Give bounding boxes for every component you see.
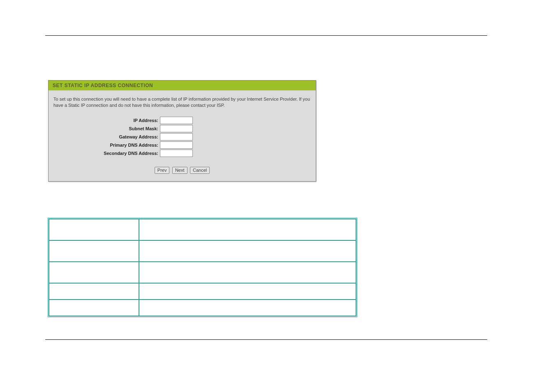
field-gateway: Gateway Address: xyxy=(53,133,311,141)
bottom-rule xyxy=(45,339,487,340)
subnet-mask-label: Subnet Mask: xyxy=(53,126,160,131)
table-cell xyxy=(139,262,356,283)
table-cell xyxy=(49,283,139,300)
field-primary-dns: Primary DNS Address: xyxy=(53,141,311,149)
primary-dns-input[interactable] xyxy=(160,141,193,149)
next-button[interactable]: Next xyxy=(172,167,187,174)
table-cell xyxy=(49,219,139,240)
panel-title: SET STATIC IP ADDRESS CONNECTION xyxy=(49,81,316,90)
table-cell xyxy=(49,300,139,316)
field-subnet-mask: Subnet Mask: xyxy=(53,125,311,132)
gateway-input[interactable] xyxy=(160,133,193,141)
panel-body: To set up this connection you will need … xyxy=(49,90,316,181)
static-ip-panel: SET STATIC IP ADDRESS CONNECTION To set … xyxy=(48,80,316,182)
description-table xyxy=(48,218,357,317)
table-cell xyxy=(139,219,356,240)
table-row xyxy=(49,240,356,262)
table-row xyxy=(49,262,356,283)
table-cell xyxy=(139,240,356,262)
primary-dns-label: Primary DNS Address: xyxy=(53,143,160,148)
ip-address-label: IP Address: xyxy=(53,118,160,123)
subnet-mask-input[interactable] xyxy=(160,125,193,132)
field-ip-address: IP Address: xyxy=(53,117,311,124)
field-secondary-dns: Secondary DNS Address: xyxy=(53,150,311,157)
table-row xyxy=(49,283,356,300)
secondary-dns-label: Secondary DNS Address: xyxy=(53,151,160,156)
panel-description: To set up this connection you will need … xyxy=(53,96,311,108)
wizard-nav-buttons: Prev Next Cancel xyxy=(53,166,311,174)
table-cell xyxy=(49,240,139,262)
cancel-button[interactable]: Cancel xyxy=(190,167,210,174)
secondary-dns-input[interactable] xyxy=(160,150,193,157)
table-row xyxy=(49,219,356,240)
top-rule xyxy=(45,35,487,36)
table-cell xyxy=(139,300,356,316)
table-cell xyxy=(139,283,356,300)
ip-address-input[interactable] xyxy=(160,117,193,124)
table-row xyxy=(49,300,356,316)
table-cell xyxy=(49,262,139,283)
gateway-label: Gateway Address: xyxy=(53,134,160,139)
prev-button[interactable]: Prev xyxy=(155,167,170,174)
